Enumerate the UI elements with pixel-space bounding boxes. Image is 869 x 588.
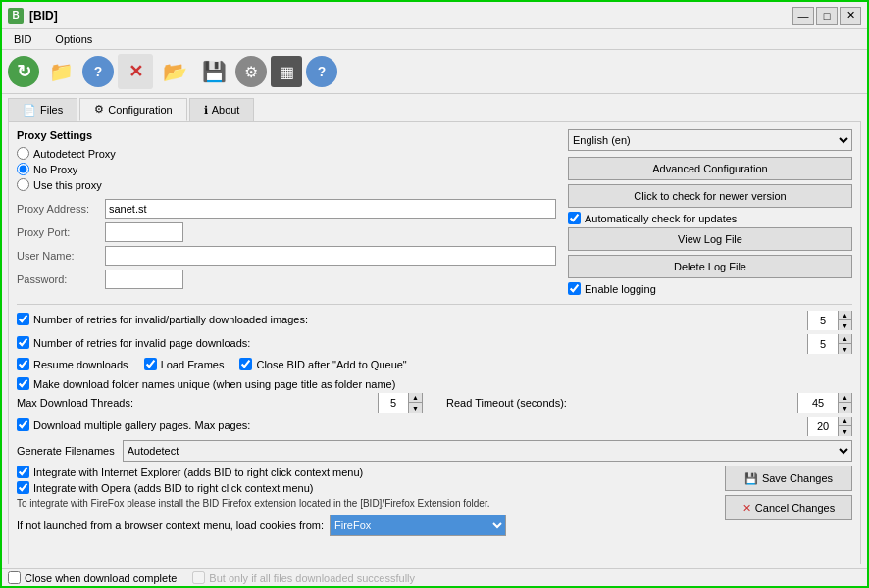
retries-images-input-wrap: ▲ ▼: [807, 311, 852, 330]
check-version-button[interactable]: Click to check for newer version: [568, 184, 852, 208]
proxy-radio-group: Autodetect Proxy No Proxy Use this proxy: [17, 147, 556, 191]
multi-gallery-checkbox[interactable]: [17, 418, 29, 431]
radio-no-proxy-input[interactable]: [17, 163, 29, 175]
retries-pages-checkbox[interactable]: [17, 336, 29, 349]
proxy-address-input[interactable]: [105, 199, 556, 219]
proxy-username-input[interactable]: [105, 246, 556, 266]
retries-pages-spinners: ▲ ▼: [838, 334, 851, 354]
help-button[interactable]: ?: [82, 56, 114, 87]
open-button[interactable]: 📂: [157, 54, 192, 89]
close-bid-row: Close BID after "Add to Queue": [239, 358, 406, 370]
read-timeout-up[interactable]: ▲: [838, 393, 851, 403]
app-icon: B: [8, 8, 24, 24]
refresh-button[interactable]: ↻: [8, 56, 39, 87]
save-toolbar-button[interactable]: 💾: [196, 54, 231, 89]
cancel-changes-label: Cancel Changes: [755, 502, 835, 514]
settings-button[interactable]: ⚙: [235, 56, 267, 87]
retries-pages-down[interactable]: ▼: [838, 344, 851, 354]
read-timeout-down[interactable]: ▼: [838, 403, 851, 413]
minimize-button[interactable]: —: [792, 7, 814, 24]
max-threads-up[interactable]: ▲: [408, 393, 422, 403]
retries-images-down[interactable]: ▼: [838, 320, 851, 330]
retries-images-up[interactable]: ▲: [838, 311, 851, 320]
delete-log-button[interactable]: Delete Log File: [568, 255, 852, 278]
close-bid-checkbox[interactable]: [239, 358, 252, 370]
multi-gallery-down[interactable]: ▼: [838, 426, 851, 436]
multi-gallery-up[interactable]: ▲: [838, 416, 851, 426]
action-buttons: 💾 Save Changes ✕ Cancel Changes: [725, 466, 852, 520]
tab-about[interactable]: ℹ About: [189, 98, 255, 121]
proxy-address-label: Proxy Address:: [17, 203, 105, 215]
gen-filename-label: Generate Filenames: [17, 445, 115, 457]
menu-options[interactable]: Options: [47, 31, 100, 47]
close-bid-label: Close BID after "Add to Queue": [256, 359, 406, 370]
save-changes-button[interactable]: 💾 Save Changes: [725, 466, 852, 491]
grid-button[interactable]: ▦: [271, 56, 302, 87]
ie-integrate-row: Integrate with Internet Explorer (adds B…: [17, 466, 717, 478]
proxy-port-input[interactable]: [105, 222, 183, 242]
radio-use-proxy-input[interactable]: [17, 178, 29, 191]
menu-bid[interactable]: BID: [6, 31, 39, 47]
enable-logging-checkbox[interactable]: [568, 282, 581, 295]
ie-integrate-checkbox[interactable]: [17, 466, 29, 478]
tab-about-label: About: [212, 104, 240, 116]
read-timeout-input[interactable]: [798, 393, 838, 413]
proxy-port-label: Proxy Port:: [17, 226, 105, 238]
max-threads-spinners: ▲ ▼: [408, 393, 422, 413]
auto-check-row: Automatically check for updates: [568, 212, 852, 224]
multi-gallery-input[interactable]: [808, 416, 838, 436]
tab-configuration[interactable]: ⚙ Configuration: [79, 98, 186, 121]
close-when-done-checkbox[interactable]: [8, 571, 21, 584]
divider-1: [17, 304, 852, 305]
load-frames-checkbox[interactable]: [144, 358, 157, 370]
radio-no-proxy-label: No Proxy: [33, 164, 77, 175]
read-timeout-spinners: ▲ ▼: [838, 393, 851, 413]
folder-button[interactable]: 📁: [43, 54, 78, 89]
config-icon: ⚙: [94, 103, 104, 116]
max-threads-down[interactable]: ▼: [408, 403, 422, 413]
save-icon: 💾: [744, 472, 758, 485]
main-content: Proxy Settings Autodetect Proxy No Proxy…: [8, 121, 861, 564]
retries-pages-row: Number of retries for invalid page downl…: [17, 334, 852, 354]
stop-button[interactable]: ✕: [118, 54, 153, 89]
gen-filename-select[interactable]: Autodetect Sequential Original: [123, 440, 852, 462]
but-only-row[interactable]: But only if all files downloaded success…: [192, 571, 415, 584]
unique-folders-checkbox[interactable]: [17, 377, 29, 390]
proxy-address-row: Proxy Address:: [17, 199, 556, 219]
maximize-button[interactable]: □: [816, 7, 838, 24]
opera-integrate-row: Integrate with Opera (adds BID to right …: [17, 481, 717, 494]
tab-bar: 📄 Files ⚙ Configuration ℹ About: [2, 94, 867, 121]
proxy-port-row: Proxy Port:: [17, 222, 556, 242]
tab-files[interactable]: 📄 Files: [8, 98, 77, 121]
unknown-button[interactable]: ?: [306, 56, 337, 87]
load-frames-row: Load Frames: [144, 358, 225, 370]
three-col-row: Resume downloads Load Frames Close BID a…: [17, 358, 852, 373]
radio-use-proxy[interactable]: Use this proxy: [17, 178, 556, 191]
proxy-group-label: Proxy Settings: [17, 129, 556, 141]
retries-pages-input-wrap: ▲ ▼: [807, 334, 852, 354]
close-when-done-row[interactable]: Close when download complete: [8, 571, 177, 584]
opera-integrate-checkbox[interactable]: [17, 481, 29, 494]
proxy-username-label: User Name:: [17, 250, 105, 262]
auto-check-checkbox[interactable]: [568, 212, 581, 224]
radio-autodetect[interactable]: Autodetect Proxy: [17, 147, 556, 160]
radio-no-proxy[interactable]: No Proxy: [17, 163, 556, 175]
title-bar-left: B [BID]: [8, 8, 58, 24]
cancel-changes-button[interactable]: ✕ Cancel Changes: [725, 495, 852, 520]
retries-images-input[interactable]: [808, 311, 838, 330]
retries-images-checkbox[interactable]: [17, 313, 29, 325]
close-button[interactable]: ✕: [840, 7, 861, 24]
language-select[interactable]: English (en): [568, 129, 852, 151]
resume-checkbox[interactable]: [17, 358, 29, 370]
toolbar: ↻ 📁 ? ✕ 📂 💾 ⚙ ▦ ?: [2, 50, 867, 94]
retries-pages-input[interactable]: [808, 334, 838, 354]
proxy-password-input[interactable]: [105, 270, 183, 289]
view-log-button[interactable]: View Log File: [568, 227, 852, 251]
retries-pages-up[interactable]: ▲: [838, 334, 851, 344]
browser-select[interactable]: FireFox Internet Explorer Opera Chrome: [330, 514, 506, 536]
radio-autodetect-input[interactable]: [17, 147, 29, 160]
advanced-config-button[interactable]: Advanced Configuration: [568, 157, 852, 180]
max-threads-input[interactable]: [379, 393, 408, 413]
but-only-checkbox[interactable]: [192, 571, 205, 584]
read-timeout-row: Read Timeout (seconds): ▲ ▼: [446, 393, 852, 413]
